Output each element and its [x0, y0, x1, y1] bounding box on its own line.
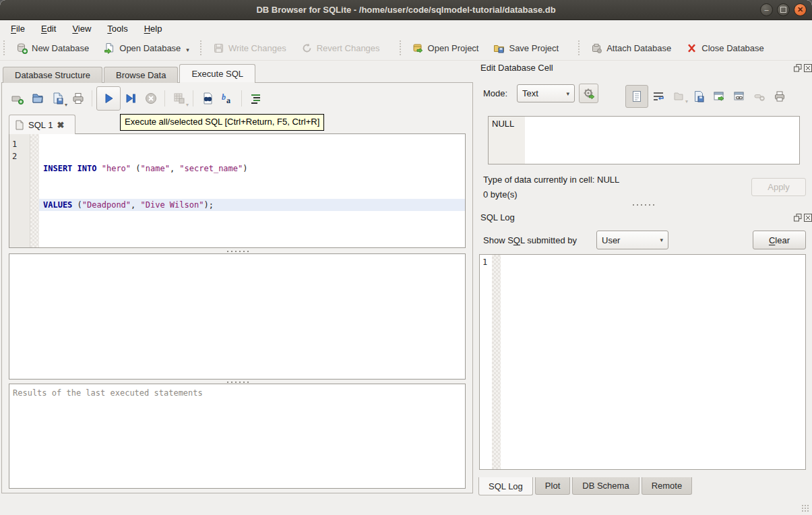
- format-sql-button[interactable]: [246, 88, 266, 109]
- results-placeholder: Results of the last executed statements: [9, 384, 465, 398]
- copy-cell-link-button[interactable]: [729, 87, 749, 106]
- print-sql-button[interactable]: [68, 88, 88, 109]
- edit-cell-title: Edit Database Cell: [480, 63, 553, 73]
- sql-line-2: VALUES ("Deadpond", "Dive Wilson");: [39, 199, 465, 211]
- import-cell-data-button[interactable]: ▾: [668, 87, 689, 106]
- close-sql-tab-icon[interactable]: ✖: [57, 120, 64, 130]
- main-tab-bar: Database Structure Browse Data Execute S…: [3, 64, 257, 83]
- open-database-dropdown-arrow[interactable]: ▾: [186, 47, 189, 53]
- text-mode-button[interactable]: [625, 85, 648, 108]
- find-button[interactable]: [197, 88, 218, 109]
- open-project-button[interactable]: Open Project: [405, 38, 487, 58]
- import-cell-icon: [673, 90, 685, 102]
- word-wrap-button[interactable]: [648, 87, 668, 106]
- fold-margin: [30, 134, 39, 247]
- results-grid-pane[interactable]: [9, 253, 466, 380]
- close-database-icon: [686, 42, 697, 54]
- float-panel-icon[interactable]: [794, 214, 802, 222]
- log-text-area[interactable]: [501, 255, 805, 469]
- stop-execution-button[interactable]: [141, 88, 161, 109]
- execute-line-button[interactable]: [121, 88, 141, 109]
- sql-editor[interactable]: 1 2 INSERT INTO "hero" ("name", "secret_…: [9, 133, 466, 248]
- save-sql-file-icon: [51, 92, 65, 105]
- format-sql-icon: [249, 92, 263, 105]
- toolbar-drag-handle[interactable]: [578, 40, 580, 55]
- cell-type-info: Type of data currently in cell: NULL: [483, 175, 619, 185]
- chevron-down-icon: ▾: [566, 90, 569, 97]
- set-null-icon: [753, 90, 766, 102]
- open-sql-tab-button[interactable]: [7, 88, 28, 109]
- new-database-button[interactable]: New Database: [9, 38, 96, 58]
- toolbar-drag-handle[interactable]: [400, 40, 402, 55]
- write-changes-button[interactable]: Write Changes: [206, 38, 294, 58]
- print-cell-button[interactable]: [770, 87, 790, 106]
- save-cell-data-button[interactable]: [689, 87, 709, 106]
- mode-combobox[interactable]: Text▾: [517, 84, 575, 102]
- dock-tab-db-schema[interactable]: DB Schema: [572, 477, 639, 495]
- sql-log-dock-controls: [794, 214, 812, 222]
- close-database-button[interactable]: Close Database: [679, 38, 772, 58]
- save-project-button[interactable]: Save Project: [486, 38, 566, 58]
- open-database-button[interactable]: Open Database ▾: [96, 38, 197, 58]
- dock-splitter[interactable]: [479, 203, 806, 207]
- sql-code-area[interactable]: INSERT INTO "hero" ("name", "secret_name…: [39, 134, 465, 247]
- maximize-button[interactable]: [777, 3, 790, 16]
- cell-value-editor[interactable]: NULL: [488, 116, 800, 164]
- sql-log-view[interactable]: 1: [479, 254, 806, 470]
- tab-database-structure[interactable]: Database Structure: [3, 67, 102, 83]
- attach-database-button[interactable]: Attach Database: [584, 38, 679, 58]
- new-tab-icon: [11, 92, 24, 105]
- close-panel-icon[interactable]: [804, 64, 812, 72]
- log-line-number: 1: [480, 255, 492, 469]
- auto-apply-button[interactable]: [579, 84, 598, 103]
- export-cell-button[interactable]: [709, 87, 729, 106]
- menu-bar: File Edit View Tools Help: [0, 21, 812, 36]
- results-message-pane[interactable]: Results of the last executed statements: [9, 384, 466, 489]
- sql-log-filter-label: Show SQL submitted by: [483, 235, 577, 245]
- svg-text:b: b: [222, 92, 226, 102]
- export-results-icon: [173, 92, 186, 105]
- clear-log-button[interactable]: Clear: [753, 231, 806, 249]
- log-source-combobox[interactable]: User▾: [596, 231, 668, 249]
- float-panel-icon[interactable]: [794, 64, 802, 72]
- minimize-button[interactable]: –: [760, 3, 773, 16]
- main-toolbar: New Database Open Database ▾ Write Chang…: [0, 36, 812, 61]
- menu-help[interactable]: Help: [136, 22, 170, 35]
- toolbar-drag-handle[interactable]: [3, 40, 5, 55]
- set-null-button[interactable]: [749, 87, 770, 106]
- dock-tab-remote[interactable]: Remote: [642, 477, 693, 495]
- sql-log-title: SQL Log: [480, 212, 515, 222]
- tab-browse-data[interactable]: Browse Data: [104, 67, 178, 83]
- execute-all-button[interactable]: [96, 86, 121, 111]
- save-sql-file-button[interactable]: ▾: [48, 88, 68, 109]
- sql-toolbar-separator: [164, 90, 166, 107]
- export-cell-icon: [713, 90, 725, 102]
- cell-editor-toolbar: ▾: [625, 85, 790, 108]
- cell-value-text: NULL: [489, 117, 525, 164]
- sql-file-icon: [15, 120, 24, 130]
- close-panel-icon[interactable]: [804, 214, 812, 222]
- sql-document-tab[interactable]: SQL 1 ✖: [9, 115, 75, 134]
- execute-all-icon: [102, 92, 115, 105]
- menu-view[interactable]: View: [64, 22, 99, 35]
- apply-button[interactable]: Apply: [751, 178, 806, 196]
- open-sql-file-button[interactable]: [28, 88, 48, 109]
- tab-execute-sql[interactable]: Execute SQL: [179, 64, 255, 83]
- sql-toolbar: ▾: [7, 86, 266, 111]
- autocomplete-button[interactable]: b a: [218, 88, 238, 109]
- resize-grip[interactable]: [801, 504, 809, 512]
- menu-file[interactable]: File: [3, 22, 33, 35]
- dock-tab-plot[interactable]: Plot: [535, 477, 570, 495]
- revert-changes-button[interactable]: Revert Changes: [294, 38, 387, 58]
- open-project-icon: [412, 42, 424, 54]
- close-button[interactable]: ✕: [794, 3, 807, 16]
- menu-edit[interactable]: Edit: [33, 22, 64, 35]
- export-dropdown-arrow: ▾: [186, 102, 189, 108]
- export-results-button[interactable]: ▾: [169, 88, 189, 109]
- dock-tab-sql-log[interactable]: SQL Log: [478, 477, 533, 495]
- auto-apply-icon: [583, 88, 595, 100]
- save-dropdown-arrow[interactable]: ▾: [65, 102, 67, 108]
- log-fold-margin: [492, 255, 501, 469]
- menu-tools[interactable]: Tools: [99, 22, 135, 35]
- cell-value-area[interactable]: [525, 117, 799, 164]
